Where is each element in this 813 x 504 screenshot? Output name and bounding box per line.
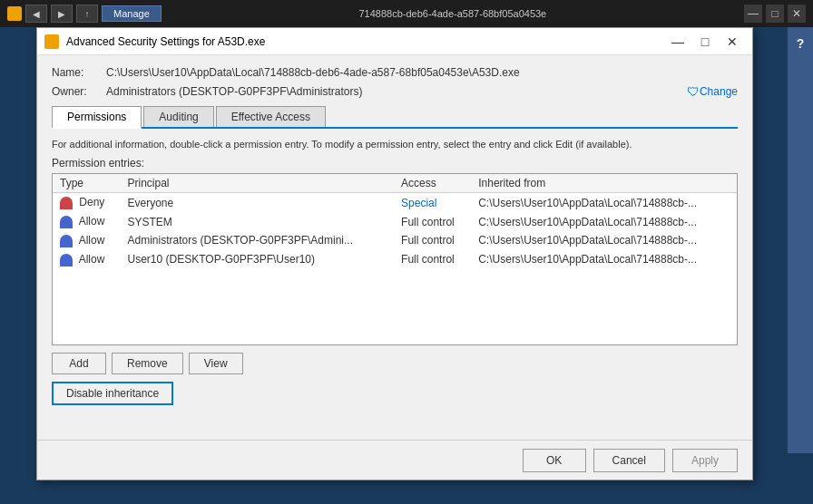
table-header-row: Type Principal Access Inherited from <box>53 174 737 193</box>
taskbar-minimize-btn[interactable]: — <box>744 5 762 23</box>
col-access: Access <box>394 174 471 193</box>
permission-table: Type Principal Access Inherited from Den… <box>53 174 737 268</box>
dialog-minimize-btn[interactable]: — <box>665 32 691 52</box>
table-row[interactable]: Allow SYSTEM Full control C:\Users\User1… <box>53 212 737 231</box>
cell-type: Allow <box>53 250 121 269</box>
col-principal: Principal <box>121 174 395 193</box>
add-button[interactable]: Add <box>52 353 106 374</box>
dialog-app-icon <box>44 34 59 49</box>
user-icon <box>60 216 73 228</box>
taskbar-forward-btn[interactable]: ▶ <box>51 5 73 23</box>
table-row[interactable]: Deny Everyone Special C:\Users\User10\Ap… <box>53 193 737 212</box>
apply-button[interactable]: Apply <box>672 449 738 472</box>
cell-access: Special <box>394 193 471 212</box>
cell-principal: User10 (DESKTOP-G0PF3PF\User10) <box>121 250 395 269</box>
table-row[interactable]: Allow User10 (DESKTOP-G0PF3PF\User10) Fu… <box>53 250 737 269</box>
taskbar-close-btn[interactable]: ✕ <box>788 5 806 23</box>
disable-inheritance-container: Disable inheritance <box>52 382 738 405</box>
change-owner-link[interactable]: Change <box>700 85 738 98</box>
dialog-body: Name: C:\Users\User10\AppData\Local\7148… <box>37 55 752 416</box>
col-inherited: Inherited from <box>471 174 737 193</box>
owner-field-row: Owner: Administrators (DESKTOP-G0PF3PF\A… <box>52 84 738 99</box>
user-icon <box>60 254 73 267</box>
help-button[interactable]: ? <box>788 27 813 453</box>
entries-label: Permission entries: <box>52 157 738 170</box>
tab-effective-access[interactable]: Effective Access <box>216 106 326 127</box>
action-buttons: Add Remove View <box>52 353 738 374</box>
dialog-close-btn[interactable]: ✕ <box>720 32 745 52</box>
dialog-titlebar: Advanced Security Settings for A53D.exe … <box>37 28 752 55</box>
info-text: For additional information, double-click… <box>52 138 738 151</box>
name-label: Name: <box>52 66 106 79</box>
table-row[interactable]: Allow Administrators (DESKTOP-G0PF3PF\Ad… <box>53 231 737 250</box>
cell-inherited: C:\Users\User10\AppData\Local\714888cb-.… <box>471 231 737 250</box>
taskbar-maximize-btn[interactable]: □ <box>766 5 784 23</box>
owner-label: Owner: <box>52 85 106 98</box>
ok-button[interactable]: OK <box>523 449 586 472</box>
view-button[interactable]: View <box>189 353 243 374</box>
col-type: Type <box>53 174 121 193</box>
dialog-title: Advanced Security Settings for A53D.exe <box>66 35 665 48</box>
name-value: C:\Users\User10\AppData\Local\714888cb-d… <box>106 66 738 79</box>
cell-access: Full control <box>394 231 471 250</box>
cell-inherited: C:\Users\User10\AppData\Local\714888cb-.… <box>471 250 737 269</box>
dialog-controls: — □ ✕ <box>665 32 745 52</box>
tab-auditing[interactable]: Auditing <box>143 106 213 127</box>
owner-value: Administrators (DESKTOP-G0PF3PF\Administ… <box>106 85 684 98</box>
access-link[interactable]: Special <box>401 197 436 209</box>
cancel-button[interactable]: Cancel <box>593 449 665 472</box>
cell-principal: Administrators (DESKTOP-G0PF3PF\Admini..… <box>121 231 395 250</box>
cell-type: Deny <box>53 193 121 212</box>
taskbar-window-controls: — □ ✕ <box>744 5 806 23</box>
tab-permissions[interactable]: Permissions <box>52 106 142 129</box>
taskbar: ◀ ▶ ↑ Manage 714888cb-deb6-4ade-a587-68b… <box>0 0 813 27</box>
dialog-maximize-btn[interactable]: □ <box>692 32 718 52</box>
shield-icon: 🛡 <box>687 84 700 99</box>
advanced-security-dialog: Advanced Security Settings for A53D.exe … <box>36 27 753 480</box>
taskbar-app-icon <box>7 6 22 21</box>
taskbar-title: 714888cb-deb6-4ade-a587-68bf05a0453e <box>165 8 740 19</box>
cell-principal: SYSTEM <box>121 212 395 231</box>
tab-bar: Permissions Auditing Effective Access <box>52 106 738 129</box>
cell-principal: Everyone <box>121 193 395 212</box>
dialog-footer: OK Cancel Apply <box>37 440 752 480</box>
name-field-row: Name: C:\Users\User10\AppData\Local\7148… <box>52 66 738 79</box>
user-icon <box>60 197 73 209</box>
bottom-section: Add Remove View Disable inheritance <box>52 353 738 405</box>
taskbar-back-btn[interactable]: ◀ <box>25 5 47 23</box>
cell-access: Full control <box>394 250 471 269</box>
cell-type: Allow <box>53 231 121 250</box>
permission-table-container[interactable]: Type Principal Access Inherited from Den… <box>52 173 738 345</box>
taskbar-up-btn[interactable]: ↑ <box>76 5 98 23</box>
cell-access: Full control <box>394 212 471 231</box>
manage-tab[interactable]: Manage <box>102 5 162 22</box>
disable-inheritance-button[interactable]: Disable inheritance <box>52 382 173 405</box>
cell-type: Allow <box>53 212 121 231</box>
remove-button[interactable]: Remove <box>112 353 183 374</box>
cell-inherited: C:\Users\User10\AppData\Local\714888cb-.… <box>471 212 737 231</box>
cell-inherited: C:\Users\User10\AppData\Local\714888cb-.… <box>471 193 737 212</box>
user-icon <box>60 235 73 247</box>
